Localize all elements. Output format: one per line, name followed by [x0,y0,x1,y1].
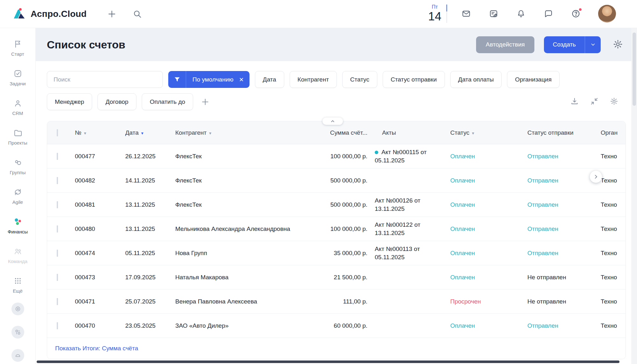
export-button[interactable] [570,97,579,106]
row-checkbox[interactable] [57,250,58,257]
active-filter-chip[interactable]: По умолчанию × [168,71,250,88]
sidebar-item-label: Agile [12,199,23,205]
filter-chip[interactable]: Менеджер [47,93,92,110]
filter-chip[interactable]: Дата оплаты [450,71,502,88]
send-status-badge: Не отправлен [527,274,566,281]
vertical-scrollbar-thumb[interactable] [633,32,636,106]
bell-icon [516,9,526,18]
column-header-status[interactable]: Статус▾ [442,129,519,136]
sidebar-item[interactable]: Ещё [0,270,35,300]
autoactions-button[interactable]: Автодействия [476,36,534,53]
calendar-date[interactable]: Пт 14 [428,4,446,23]
send-status-badge: Отправлен [527,250,558,256]
table-row[interactable]: 000474 05.11.2025 Нова Групп 35 000,00 р… [47,241,626,265]
sort-icon: ▾ [209,131,211,136]
funnel-icon [168,71,186,88]
row-checkbox[interactable] [57,201,58,208]
invoice-number: 000482 [75,177,125,184]
create-quick-button[interactable] [106,9,117,19]
create-dropdown-caret[interactable] [585,36,601,53]
app-shortcut-icon[interactable] [11,326,24,339]
help-button[interactable] [571,9,581,19]
table-row[interactable]: 000470 23.05.2025 ЗАО «Авто Дилер» 60 00… [47,314,626,338]
filter-chip[interactable]: Организация [507,71,560,88]
column-header-contragent[interactable]: Контрагент▾ [175,129,313,136]
row-checkbox[interactable] [57,298,58,305]
invoice-organization: Техно [595,153,626,160]
table-row[interactable]: 000480 13.11.2025 Мельникова Александра … [47,217,626,241]
table-row[interactable]: 000473 17.09.2025 Наталья Макарова 21 50… [47,265,626,289]
filter-chip[interactable]: Статус [342,71,377,88]
row-checkbox[interactable] [57,153,58,160]
app-shortcut-icon[interactable] [11,303,24,315]
invoice-contragent: Нова Групп [175,250,313,257]
brand-logo[interactable]: Аспро.Cloud [13,7,87,21]
add-filter-button[interactable] [199,95,212,109]
sidebar-item[interactable]: Финансы [0,211,35,240]
sidebar-item[interactable]: Команда [0,240,35,270]
column-header-sum[interactable]: Сумма счёт... [313,129,367,136]
topbar-right-group: Пт 14 [428,4,616,23]
tasks-icon [13,69,22,78]
filter-chip[interactable]: Дата [255,71,284,88]
sidebar-item-label: Старт [11,51,24,57]
active-filter-label: По умолчанию [186,71,237,88]
scroll-right-button[interactable] [590,171,602,183]
collapse-table-pill[interactable] [322,118,343,125]
invoice-sum: 111,00 р. [313,298,367,305]
user-avatar[interactable] [598,5,616,23]
column-header-number[interactable]: №▾ [75,129,125,136]
filter-chip[interactable]: Договор [98,93,136,110]
sidebar-item[interactable]: Старт [0,33,35,63]
app-shortcut-icon[interactable] [11,349,24,362]
filter-chip[interactable]: Контрагент [290,71,337,88]
status-badge: Оплачен [450,201,475,208]
collapse-button[interactable] [590,97,599,106]
sidebar-item[interactable]: Группы [0,152,35,181]
page-settings-button[interactable] [613,39,623,50]
invoice-table-card: №▾ Дата▾ Контрагент▾ Сумма счёт... Акты … [47,121,626,359]
sidebar-item[interactable]: Проекты [0,122,35,152]
chat-button[interactable] [543,9,554,19]
notes-button[interactable] [489,9,499,19]
mail-button[interactable] [461,9,471,19]
global-search-button[interactable] [132,9,143,19]
vertical-scrollbar[interactable] [631,28,637,364]
sidebar-item[interactable]: Задачи [0,63,35,92]
invoice-date: 23.05.2025 [125,322,175,329]
row-checkbox[interactable] [57,225,58,232]
invoice-date: 26.12.2025 [125,153,175,160]
horizontal-scrollbar[interactable] [37,360,619,363]
sidebar-item[interactable]: CRM [0,92,35,122]
show-totals-link[interactable]: Показать Итоги: Сумма счёта [55,345,138,352]
sidebar-item-label: CRM [12,111,23,116]
table-row[interactable]: 000481 13.11.2025 ФлексТек 500 000,00 р.… [47,193,626,217]
search-icon [133,10,142,18]
filter-chip[interactable]: Статус отправки [383,71,445,88]
row-checkbox[interactable] [57,274,58,281]
column-header-date[interactable]: Дата▾ [125,129,175,136]
send-status-badge: Отправлен [527,177,558,184]
select-all-checkbox[interactable] [57,129,58,136]
invoice-number: 000471 [75,298,125,305]
search-input[interactable] [47,71,163,88]
row-checkbox[interactable] [57,177,58,184]
invoice-organization: Техно [595,201,626,208]
filter-chip[interactable]: Оплатить до [142,93,193,110]
invoice-organization: Техно [595,274,626,281]
invoice-act: Акт №000126 от 13.11.2025 [367,196,442,213]
create-button[interactable]: Создать [544,36,601,53]
close-icon[interactable]: × [237,71,250,88]
table-settings-button[interactable] [610,97,619,106]
table-row[interactable]: 000471 25.07.2025 Венера Павловна Алексе… [47,289,626,314]
table-row[interactable]: 000482 14.11.2025 ФлексТек 500 000,00 р.… [47,168,626,193]
status-badge: Оплачен [450,177,475,184]
sidebar-item-label: Задачи [10,81,25,86]
table-body: 000477 26.12.2025 ФлексТек 100 000,00 р.… [47,144,626,338]
table-row[interactable]: 000477 26.12.2025 ФлексТек 100 000,00 р.… [47,144,626,168]
notifications-button[interactable] [516,9,526,19]
sidebar-item[interactable]: Agile [0,181,35,211]
table-footer: Показать Итоги: Сумма счёта [47,338,626,359]
row-checkbox[interactable] [57,322,58,329]
download-icon [570,97,579,105]
